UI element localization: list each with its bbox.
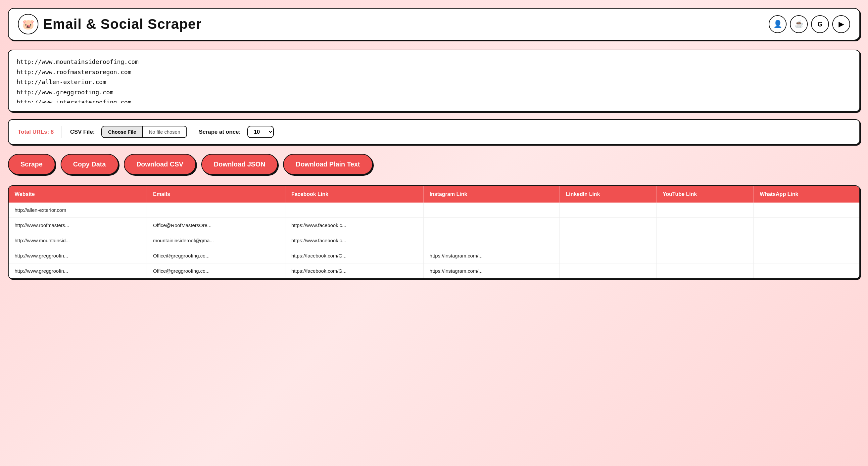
results-table-wrapper: WebsiteEmailsFacebook LinkInstagram Link… — [8, 185, 860, 279]
cell-emails: Office@greggroofing.co... — [147, 263, 285, 279]
copy-data-button[interactable]: Copy Data — [61, 154, 119, 175]
cell-whatsapp — [754, 218, 859, 233]
cell-instagram — [424, 233, 560, 248]
cell-instagram — [424, 218, 560, 233]
app-title: Email & Social Scraper — [43, 16, 202, 32]
scrape-at-once-label: Scrape at once: — [199, 129, 241, 135]
col-header-whatsapp: WhatsApp Link — [754, 186, 859, 203]
table-row: http://www.mountainsid...mountaininsider… — [9, 233, 859, 248]
cell-facebook: https://www.facebook.c... — [285, 233, 424, 248]
cell-linkedin — [560, 203, 657, 218]
url-textarea[interactable] — [17, 57, 851, 103]
cell-emails: mountaininsideroof@gma... — [147, 233, 285, 248]
cell-facebook: https://facebook.com/G... — [285, 248, 424, 263]
cell-youtube — [656, 263, 753, 279]
table-body: http://allen-exterior.comhttp://www.roof… — [9, 203, 859, 278]
file-input-wrapper: Choose File No file chosen — [101, 126, 187, 138]
csv-file-label: CSV File: — [70, 129, 95, 135]
cell-facebook: https://www.facebook.c... — [285, 218, 424, 233]
cell-youtube — [656, 203, 753, 218]
cell-website: http://www.greggroofin... — [9, 248, 147, 263]
cell-facebook — [285, 203, 424, 218]
cell-instagram: https://instagram.com/... — [424, 248, 560, 263]
col-header-youtube: YouTube Link — [656, 186, 753, 203]
choose-file-btn[interactable]: Choose File — [102, 126, 143, 137]
cell-whatsapp — [754, 263, 859, 279]
cell-whatsapp — [754, 233, 859, 248]
cell-youtube — [656, 218, 753, 233]
cell-website: http://www.mountainsid... — [9, 233, 147, 248]
cell-linkedin — [560, 248, 657, 263]
cell-linkedin — [560, 218, 657, 233]
cell-emails: Office@RoofMastersOre... — [147, 218, 285, 233]
cell-youtube — [656, 248, 753, 263]
divider — [62, 126, 62, 138]
col-header-linkedin: LinkedIn Link — [560, 186, 657, 203]
actions-row: ScrapeCopy DataDownload CSVDownload JSON… — [8, 154, 860, 175]
cell-facebook: https://facebook.com/G... — [285, 263, 424, 279]
header-icons: 👤 ☕ G ▶ — [769, 15, 850, 33]
scrape-count-select[interactable]: 1 2 5 10 20 50 — [247, 126, 274, 138]
cell-website: http://www.roofmasters... — [9, 218, 147, 233]
download-json-button[interactable]: Download JSON — [201, 154, 278, 175]
col-header-instagram: Instagram Link — [424, 186, 560, 203]
col-header-website: Website — [9, 186, 147, 203]
cell-instagram — [424, 203, 560, 218]
download-csv-button[interactable]: Download CSV — [124, 154, 196, 175]
cell-whatsapp — [754, 248, 859, 263]
cell-linkedin — [560, 263, 657, 279]
scrape-button[interactable]: Scrape — [8, 154, 55, 175]
header-left: 🐷 Email & Social Scraper — [18, 14, 202, 34]
cell-website: http://www.greggroofin... — [9, 263, 147, 279]
header: 🐷 Email & Social Scraper 👤 ☕ G ▶ — [8, 8, 860, 40]
table-header-row: WebsiteEmailsFacebook LinkInstagram Link… — [9, 186, 859, 203]
table-row: http://allen-exterior.com — [9, 203, 859, 218]
user-icon-btn[interactable]: 👤 — [769, 15, 786, 33]
table-row: http://www.roofmasters...Office@RoofMast… — [9, 218, 859, 233]
table-row: http://www.greggroofin...Office@greggroo… — [9, 263, 859, 279]
youtube-icon-btn[interactable]: ▶ — [832, 15, 850, 33]
no-file-text: No file chosen — [143, 126, 186, 137]
logo-icon: 🐷 — [18, 14, 38, 34]
table-row: http://www.greggroofin...Office@greggroo… — [9, 248, 859, 263]
url-input-box — [8, 50, 860, 112]
google-icon-btn[interactable]: G — [811, 15, 829, 33]
col-header-facebook: Facebook Link — [285, 186, 424, 203]
cell-whatsapp — [754, 203, 859, 218]
table-header: WebsiteEmailsFacebook LinkInstagram Link… — [9, 186, 859, 203]
download-plain-text-button[interactable]: Download Plain Text — [283, 154, 372, 175]
cell-website: http://allen-exterior.com — [9, 203, 147, 218]
controls-box: Total URLs: 8 CSV File: Choose File No f… — [8, 119, 860, 145]
total-urls-label: Total URLs: 8 — [18, 129, 54, 135]
col-header-emails: Emails — [147, 186, 285, 203]
cell-instagram: https://instagram.com/... — [424, 263, 560, 279]
cell-emails: Office@greggroofing.co... — [147, 248, 285, 263]
coffee-icon-btn[interactable]: ☕ — [790, 15, 808, 33]
cell-emails — [147, 203, 285, 218]
cell-youtube — [656, 233, 753, 248]
cell-linkedin — [560, 233, 657, 248]
results-table: WebsiteEmailsFacebook LinkInstagram Link… — [9, 186, 859, 278]
